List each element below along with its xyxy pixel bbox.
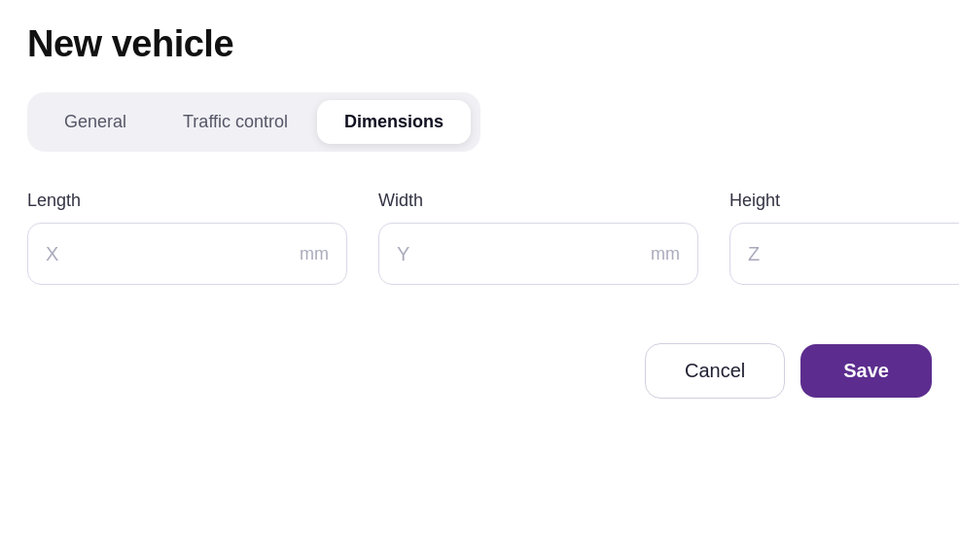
tab-general[interactable]: General — [37, 100, 154, 144]
tab-dimensions[interactable]: Dimensions — [317, 100, 471, 144]
length-input[interactable] — [46, 243, 292, 265]
width-input[interactable] — [397, 243, 643, 265]
cancel-button[interactable]: Cancel — [645, 343, 785, 399]
length-label: Length — [27, 191, 347, 211]
width-unit: mm — [651, 244, 680, 264]
width-label: Width — [378, 191, 698, 211]
length-unit: mm — [300, 244, 329, 264]
width-input-wrapper: mm — [378, 223, 698, 285]
fields-row: Length mm Width mm Height mm — [27, 191, 932, 285]
length-field-group: Length mm — [27, 191, 347, 285]
page-container: New vehicle General Traffic control Dime… — [27, 23, 932, 399]
height-field-group: Height mm — [729, 191, 959, 285]
width-field-group: Width mm — [378, 191, 698, 285]
page-title: New vehicle — [27, 23, 932, 65]
tab-traffic-control[interactable]: Traffic control — [156, 100, 315, 144]
actions-row: Cancel Save — [27, 343, 932, 399]
height-label: Height — [729, 191, 959, 211]
length-input-wrapper: mm — [27, 223, 347, 285]
tabs-container: General Traffic control Dimensions — [27, 92, 480, 152]
save-button[interactable]: Save — [800, 344, 932, 398]
height-input[interactable] — [748, 243, 959, 265]
height-input-wrapper: mm — [729, 223, 959, 285]
